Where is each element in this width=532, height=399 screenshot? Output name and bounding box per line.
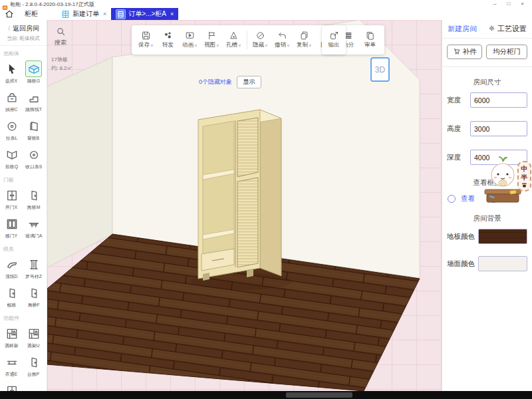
wall-color-swatch[interactable]: [478, 256, 527, 271]
main-toolbar: 保存∨ 转发 动画∨ 视图∨ 孔槽∨: [132, 25, 384, 55]
review-icon: [365, 31, 375, 41]
view-button[interactable]: 视图∨: [201, 31, 223, 49]
gear-icon: [488, 25, 495, 33]
forward-icon: [163, 31, 173, 41]
sidebar-item-skirting[interactable]: 踢脚线T: [23, 86, 45, 115]
home-icon[interactable]: [5, 9, 14, 19]
glass-door-icon: [25, 215, 42, 232]
viewport-3d[interactable]: 搜索 17块板 约: 8.2㎡ 保存∨ 转发 动画∨: [47, 20, 442, 391]
tab-new-order[interactable]: 新建订单 ×: [57, 8, 111, 20]
review-order-button[interactable]: 审单: [359, 31, 381, 49]
forward-button[interactable]: 转发: [157, 31, 179, 49]
hinged-door-icon: [3, 187, 20, 203]
tab-close-icon[interactable]: ×: [103, 11, 106, 17]
tab-process-settings[interactable]: 工艺设置: [488, 24, 527, 34]
sidebar-item-hinged-door[interactable]: 开门X: [1, 184, 23, 213]
back-panel-icon: [25, 118, 42, 134]
view-frame-radio-on[interactable]: [489, 195, 497, 203]
board-stats: 17块板 约: 8.2㎡: [51, 56, 72, 73]
wall-color-label: 墙面颜色: [447, 259, 478, 269]
view-frame-radio-off[interactable]: [448, 195, 456, 203]
tab-order-cabinet-a[interactable]: 订单>...>柜A ×: [111, 8, 178, 20]
floor-color-label: 地板颜色: [447, 232, 478, 241]
sidebar-item-glass-door[interactable]: 玻璃门A: [23, 213, 45, 241]
sidebar-item-countertop[interactable]: 台面P: [23, 351, 45, 380]
height-input[interactable]: [470, 121, 527, 136]
tab-bar: 柜柜 新建订单 × 订单>...>柜A ×: [0, 8, 532, 20]
sidebar-item-panel[interactable]: 面板M: [23, 184, 45, 213]
tool-sidebar: 〈 返回房间 当前: 柜体模式 画柜体 选择X 隔板G 抽屉C: [0, 20, 47, 391]
animation-button[interactable]: 动画∨: [179, 31, 201, 49]
sidebar-item-top-line[interactable]: 顶线D: [1, 253, 23, 282]
sidebar-item-select[interactable]: 选择X: [1, 58, 23, 86]
undo-button[interactable]: 撤销∨: [271, 31, 293, 49]
cabinet-part-icon: [3, 382, 20, 391]
skirting-icon: [25, 89, 42, 106]
cabinet-icon: [61, 10, 70, 19]
sidebar-item-lintel[interactable]: 楣板: [1, 282, 23, 311]
save-button[interactable]: 保存∨: [135, 31, 157, 49]
undo-icon: [277, 31, 287, 41]
chevron-down-icon: ∨: [150, 43, 154, 48]
view-icon: [207, 31, 217, 41]
edge-strip-icon: [25, 146, 42, 163]
tab-new-order-label: 新建订单: [72, 9, 99, 19]
search-input[interactable]: 搜索: [53, 27, 68, 47]
drawer-icon: [3, 89, 20, 106]
sidebar-item-drawer[interactable]: 抽屉C: [1, 86, 23, 115]
show-hidden-button[interactable]: 显示: [237, 76, 261, 88]
divide-doors-button[interactable]: 均分柜门: [486, 45, 527, 59]
sidebar-item-clothes-rail[interactable]: 衣通E: [1, 351, 23, 380]
holes-button[interactable]: 孔槽∨: [223, 31, 245, 49]
maximize-button[interactable]: □: [507, 0, 510, 8]
sidebar-item-sliding-door[interactable]: 移门Y: [1, 213, 23, 241]
hide-button[interactable]: 隐藏∨: [249, 31, 271, 49]
depth-label: 深度: [447, 153, 470, 162]
minimize-button[interactable]: –: [493, 0, 496, 8]
export-button[interactable]: 输出: [322, 25, 346, 55]
section-title-lines: 线条: [0, 241, 47, 253]
sidebar-item-roman-column[interactable]: 罗马柱Z: [23, 253, 45, 282]
tab-home[interactable]: 柜柜: [25, 9, 38, 19]
hidden-objects-label: 0个隐藏对象: [199, 78, 232, 86]
close-button[interactable]: ×: [521, 0, 524, 8]
title-bar: 柜柜 - 2.8.0.4-2020-03-19-17正式版 – □ ×: [0, 0, 532, 8]
sidebar-item-edge-strip[interactable]: 收口条S: [23, 144, 45, 172]
sidebar-item-front-panel[interactable]: 前板Q: [1, 144, 23, 172]
3d-view-badge[interactable]: 3D: [370, 57, 390, 82]
floor-color-swatch[interactable]: [478, 229, 527, 244]
sidebar-item-bridge[interactable]: 廊桥F: [23, 282, 45, 311]
tab-close-icon[interactable]: ×: [170, 11, 174, 17]
sliding-door-icon: [3, 215, 20, 232]
chevron-down-icon: ∨: [265, 43, 268, 48]
copy-button[interactable]: 复制∨: [293, 31, 315, 49]
room-size-title: 房间尺寸: [442, 78, 532, 87]
window-title: 柜柜 - 2.8.0.4-2020-03-19-17正式版: [10, 1, 94, 8]
supplement-parts-button[interactable]: 补件: [447, 45, 482, 59]
chevron-down-icon: ∨: [287, 43, 290, 48]
back-to-room-button[interactable]: 〈 返回房间: [0, 20, 47, 35]
countertop-icon: [25, 354, 42, 370]
cup-rack-icon: [3, 325, 20, 342]
chevron-left-icon: 〈: [5, 25, 11, 33]
cabinet-object[interactable]: [191, 110, 292, 290]
paw-icon: [521, 182, 527, 188]
tab-new-room[interactable]: 新建房间: [448, 24, 477, 34]
panel-icon: [25, 187, 42, 203]
bottom-bar: [0, 391, 532, 399]
sidebar-item-partial[interactable]: [1, 380, 23, 391]
app-window: 柜柜 - 2.8.0.4-2020-03-19-17正式版 – □ × 柜柜 新…: [0, 0, 532, 399]
sidebar-item-pull-bar[interactable]: 拉条L: [1, 115, 23, 144]
horizontal-scrollbar[interactable]: [286, 392, 352, 398]
ime-badge[interactable]: 中 半: [517, 161, 531, 192]
sidebar-item-back-panel[interactable]: 背板B: [23, 115, 45, 144]
sidebar-item-cup-rack[interactable]: 酒杯架: [1, 323, 23, 351]
bridge-icon: [25, 285, 42, 301]
animation-icon: [185, 31, 195, 41]
sidebar-item-shelf[interactable]: 隔板G: [23, 58, 45, 86]
chevron-down-icon: ∨: [194, 43, 198, 48]
app-logo-icon: [2, 1, 8, 7]
width-input[interactable]: [470, 92, 527, 108]
sidebar-item-wine-rack[interactable]: 酒架U: [23, 323, 45, 351]
current-mode-label: 当前: 柜体模式: [0, 35, 47, 46]
